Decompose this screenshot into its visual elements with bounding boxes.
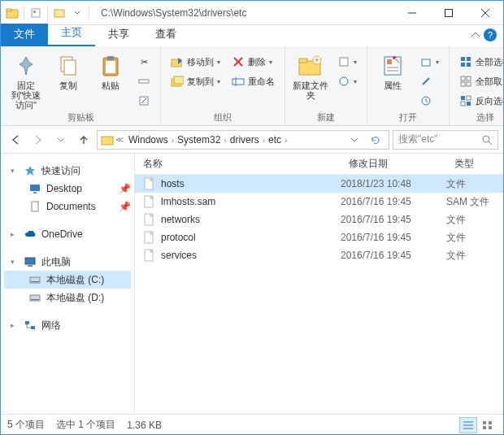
chevron-down-icon: ▾: [11, 167, 19, 175]
svg-rect-38: [461, 63, 465, 67]
select-none-button[interactable]: 全部取消: [456, 72, 504, 90]
cloud-icon: [24, 228, 37, 241]
breadcrumb-dropdown-icon[interactable]: [345, 130, 364, 150]
new-folder-button[interactable]: ✦ 新建文件夹: [292, 50, 329, 100]
pin-button[interactable]: 固定到"快速访问": [7, 50, 45, 110]
svg-rect-41: [467, 76, 471, 80]
refresh-icon[interactable]: [366, 130, 385, 150]
edit-button[interactable]: [416, 72, 442, 90]
tab-view[interactable]: 查看: [142, 24, 189, 46]
select-all-button[interactable]: 全部选择: [456, 53, 504, 71]
file-icon: [143, 177, 156, 190]
paste-icon: [98, 53, 124, 79]
qat-props-icon[interactable]: [29, 7, 42, 20]
close-button[interactable]: [467, 1, 503, 25]
file-name: hosts: [161, 178, 341, 189]
svg-point-49: [483, 136, 489, 142]
qat-new-icon[interactable]: [53, 7, 66, 20]
open-button[interactable]: ▾: [416, 53, 442, 71]
cut-button[interactable]: ✂: [134, 53, 154, 71]
history-button[interactable]: [416, 92, 442, 110]
view-details-button[interactable]: [459, 417, 477, 433]
copy-button[interactable]: 复制: [50, 50, 87, 90]
tree-this-pc[interactable]: ▾此电脑: [4, 253, 131, 271]
svg-rect-1: [7, 9, 11, 11]
help-icon[interactable]: ?: [484, 28, 497, 41]
select-none-icon: [459, 75, 472, 88]
tab-file[interactable]: 文件: [1, 24, 48, 46]
documents-icon: [28, 200, 41, 213]
svg-rect-34: [422, 59, 430, 66]
pc-icon: [24, 255, 37, 268]
file-date: 2016/7/16 19:45: [341, 196, 446, 207]
tree-network[interactable]: ▸网络: [4, 316, 131, 334]
search-icon: [481, 134, 493, 146]
breadcrumb-segment[interactable]: drivers: [227, 134, 263, 146]
file-row[interactable]: protocol2016/7/16 19:45文件: [135, 228, 503, 246]
new-item-button[interactable]: ▾: [334, 53, 360, 71]
group-select: 全部选择 全部取消 反向选择 选择: [450, 46, 504, 125]
file-row[interactable]: services2016/7/16 19:45文件: [135, 246, 503, 264]
status-size: 1.36 KB: [127, 420, 162, 431]
file-row[interactable]: lmhosts.sam2016/7/16 19:45SAM 文件: [135, 193, 503, 211]
minimize-button[interactable]: [393, 1, 430, 25]
breadcrumb-segment[interactable]: etc: [265, 134, 285, 146]
delete-button[interactable]: 删除 ▾: [228, 53, 278, 71]
svg-rect-47: [467, 102, 471, 106]
breadcrumb-segment[interactable]: System32: [174, 134, 224, 146]
view-icons-button[interactable]: [479, 417, 497, 433]
moveto-button[interactable]: 移动到 ▾: [167, 53, 224, 71]
svg-rect-59: [31, 299, 39, 300]
easy-access-button[interactable]: ▾: [334, 72, 360, 90]
copyto-button[interactable]: 复制到 ▾: [167, 72, 224, 90]
select-invert-button[interactable]: 反向选择: [456, 92, 504, 110]
tree-onedrive[interactable]: ▸OneDrive: [4, 225, 131, 243]
scissors-icon: ✂: [137, 55, 150, 68]
copy-path-button[interactable]: [134, 72, 154, 90]
tree-quick-access[interactable]: ▾快速访问: [4, 162, 131, 180]
open-icon: [419, 55, 432, 68]
breadcrumb-segment[interactable]: Windows: [125, 134, 172, 146]
properties-button[interactable]: 属性: [374, 50, 411, 90]
paste-shortcut-button[interactable]: [134, 92, 154, 110]
tab-home[interactable]: 主页: [48, 22, 95, 46]
rename-button[interactable]: 重命名: [228, 72, 278, 90]
search-input[interactable]: 搜索"etc": [393, 130, 498, 150]
maximize-button[interactable]: [430, 1, 467, 25]
column-headers[interactable]: 名称 修改日期 类型: [135, 154, 503, 175]
folder-icon: [101, 133, 114, 146]
file-row[interactable]: networks2016/7/16 19:45文件: [135, 211, 503, 228]
file-name: networks: [161, 214, 341, 225]
tree-drive-d[interactable]: 本地磁盘 (D:): [4, 289, 131, 307]
svg-rect-73: [489, 426, 492, 429]
path-icon: [137, 75, 150, 88]
tree-drive-c[interactable]: 本地磁盘 (C:): [4, 271, 131, 289]
ribbon-collapse-icon[interactable]: [471, 30, 480, 40]
tree-documents[interactable]: Documents📌: [4, 198, 131, 215]
nav-up-button[interactable]: [74, 130, 93, 150]
col-date[interactable]: 修改日期: [341, 157, 446, 171]
nav-history-button[interactable]: [51, 130, 71, 150]
nav-forward-button[interactable]: [28, 130, 48, 150]
svg-rect-10: [64, 60, 76, 75]
tree-desktop[interactable]: Desktop📌: [4, 180, 131, 198]
svg-rect-70: [483, 421, 486, 424]
svg-rect-71: [489, 421, 492, 424]
tab-share[interactable]: 共享: [95, 24, 142, 46]
file-row[interactable]: hosts2018/1/23 10:48文件: [135, 175, 503, 193]
breadcrumb[interactable]: ≪ Windows›System32›drivers›etc›: [97, 130, 389, 150]
chevron-down-icon: ▾: [11, 258, 19, 266]
col-type[interactable]: 类型: [446, 157, 503, 171]
select-all-icon: [459, 55, 472, 68]
paste-button[interactable]: 粘贴: [92, 50, 129, 90]
col-name[interactable]: 名称: [135, 157, 341, 171]
qat-dropdown-icon[interactable]: [71, 7, 84, 20]
svg-rect-24: [299, 59, 307, 63]
file-icon: [143, 213, 156, 226]
svg-rect-48: [102, 137, 113, 145]
group-clipboard: 固定到"快速访问" 复制 粘贴 ✂ 剪贴板: [1, 46, 161, 125]
file-icon: [143, 231, 156, 244]
nav-back-button[interactable]: [6, 130, 25, 150]
file-list: 名称 修改日期 类型 hosts2018/1/23 10:48文件lmhosts…: [135, 154, 503, 414]
group-organize: 移动到 ▾ 复制到 ▾ 删除 ▾ 重命名 组织: [161, 46, 285, 125]
